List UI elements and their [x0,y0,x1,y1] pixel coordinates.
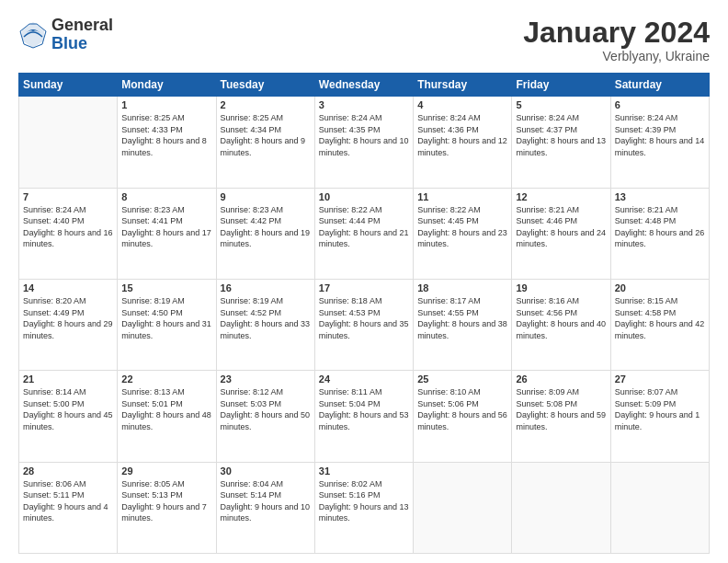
day-header-friday: Friday [512,74,610,97]
day-number: 30 [221,465,311,477]
day-number: 10 [319,191,409,202]
cell-info: Sunrise: 8:19 AMSunset: 4:52 PMDaylight:… [221,295,311,341]
cell-info: Sunrise: 8:14 AMSunset: 5:00 PMDaylight:… [23,386,113,432]
month-title: January 2024 [523,17,710,49]
logo-icon [18,20,48,50]
calendar-cell [414,462,512,553]
calendar-cell: 30Sunrise: 8:04 AMSunset: 5:14 PMDayligh… [216,462,314,553]
title-block: January 2024 Verblyany, Ukraine [523,17,710,63]
cell-info: Sunrise: 8:24 AMSunset: 4:36 PMDaylight:… [417,112,507,158]
cell-info: Sunrise: 8:15 AMSunset: 4:58 PMDaylight:… [615,295,705,341]
day-number: 11 [417,191,507,202]
calendar-cell [610,462,709,553]
cell-info: Sunrise: 8:23 AMSunset: 4:41 PMDaylight:… [121,204,211,250]
day-number: 22 [121,373,211,385]
cell-info: Sunrise: 8:24 AMSunset: 4:35 PMDaylight:… [319,112,409,158]
day-number: 28 [23,465,113,477]
calendar-cell: 20Sunrise: 8:15 AMSunset: 4:58 PMDayligh… [610,279,709,370]
day-number: 15 [121,282,211,293]
day-number: 19 [516,282,606,293]
cell-info: Sunrise: 8:25 AMSunset: 4:33 PMDaylight:… [121,112,211,158]
calendar-cell: 28Sunrise: 8:06 AMSunset: 5:11 PMDayligh… [19,462,118,553]
cell-info: Sunrise: 8:09 AMSunset: 5:08 PMDaylight:… [516,386,606,432]
day-header-saturday: Saturday [610,74,709,97]
calendar-cell: 31Sunrise: 8:02 AMSunset: 5:16 PMDayligh… [314,462,413,553]
calendar-cell: 8Sunrise: 8:23 AMSunset: 4:41 PMDaylight… [118,188,216,279]
logo-text: General Blue [51,17,113,53]
week-row-1: 1Sunrise: 8:25 AMSunset: 4:33 PMDaylight… [19,97,710,188]
day-header-wednesday: Wednesday [314,74,413,97]
cell-info: Sunrise: 8:04 AMSunset: 5:14 PMDaylight:… [221,478,311,524]
calendar-cell: 21Sunrise: 8:14 AMSunset: 5:00 PMDayligh… [19,371,118,462]
cell-info: Sunrise: 8:24 AMSunset: 4:39 PMDaylight:… [615,112,705,158]
days-header-row: SundayMondayTuesdayWednesdayThursdayFrid… [19,74,710,97]
cell-info: Sunrise: 8:25 AMSunset: 4:34 PMDaylight:… [221,112,311,158]
calendar-cell: 2Sunrise: 8:25 AMSunset: 4:34 PMDaylight… [216,97,314,188]
day-number: 14 [23,282,113,293]
calendar-cell: 11Sunrise: 8:22 AMSunset: 4:45 PMDayligh… [414,188,512,279]
logo: General Blue [18,17,113,53]
cell-info: Sunrise: 8:22 AMSunset: 4:45 PMDaylight:… [417,204,507,250]
day-number: 4 [417,99,507,110]
week-row-3: 14Sunrise: 8:20 AMSunset: 4:49 PMDayligh… [19,279,710,370]
location: Verblyany, Ukraine [523,49,710,63]
header: General Blue January 2024 Verblyany, Ukr… [18,17,710,63]
cell-info: Sunrise: 8:13 AMSunset: 5:01 PMDaylight:… [121,386,211,432]
day-number: 25 [417,373,507,385]
calendar-cell: 16Sunrise: 8:19 AMSunset: 4:52 PMDayligh… [216,279,314,370]
cell-info: Sunrise: 8:24 AMSunset: 4:37 PMDaylight:… [516,112,606,158]
day-number: 2 [221,99,311,110]
calendar-cell: 6Sunrise: 8:24 AMSunset: 4:39 PMDaylight… [610,97,709,188]
calendar-cell: 4Sunrise: 8:24 AMSunset: 4:36 PMDaylight… [414,97,512,188]
calendar-cell: 9Sunrise: 8:23 AMSunset: 4:42 PMDaylight… [216,188,314,279]
calendar-cell [512,462,610,553]
day-number: 26 [516,373,606,385]
calendar-cell: 14Sunrise: 8:20 AMSunset: 4:49 PMDayligh… [19,279,118,370]
day-number: 5 [516,99,606,110]
day-number: 23 [221,373,311,385]
calendar-cell: 29Sunrise: 8:05 AMSunset: 5:13 PMDayligh… [118,462,216,553]
day-number: 24 [319,373,409,385]
day-number: 27 [615,373,705,385]
day-number: 16 [221,282,311,293]
week-row-2: 7Sunrise: 8:24 AMSunset: 4:40 PMDaylight… [19,188,710,279]
cell-info: Sunrise: 8:20 AMSunset: 4:49 PMDaylight:… [23,295,113,341]
calendar-cell: 26Sunrise: 8:09 AMSunset: 5:08 PMDayligh… [512,371,610,462]
cell-info: Sunrise: 8:21 AMSunset: 4:48 PMDaylight:… [615,204,705,250]
day-number: 12 [516,191,606,202]
day-header-tuesday: Tuesday [216,74,314,97]
page: General Blue January 2024 Verblyany, Ukr… [0,0,728,563]
week-row-5: 28Sunrise: 8:06 AMSunset: 5:11 PMDayligh… [19,462,710,553]
calendar-cell: 7Sunrise: 8:24 AMSunset: 4:40 PMDaylight… [19,188,118,279]
day-number: 17 [319,282,409,293]
day-number: 29 [121,465,211,477]
cell-info: Sunrise: 8:16 AMSunset: 4:56 PMDaylight:… [516,295,606,341]
calendar-cell: 27Sunrise: 8:07 AMSunset: 5:09 PMDayligh… [610,371,709,462]
logo-general: General [51,17,113,35]
calendar: SundayMondayTuesdayWednesdayThursdayFrid… [18,73,710,554]
calendar-cell: 1Sunrise: 8:25 AMSunset: 4:33 PMDaylight… [118,97,216,188]
calendar-cell: 25Sunrise: 8:10 AMSunset: 5:06 PMDayligh… [414,371,512,462]
calendar-cell: 12Sunrise: 8:21 AMSunset: 4:46 PMDayligh… [512,188,610,279]
day-number: 21 [23,373,113,385]
calendar-cell: 13Sunrise: 8:21 AMSunset: 4:48 PMDayligh… [610,188,709,279]
calendar-cell: 5Sunrise: 8:24 AMSunset: 4:37 PMDaylight… [512,97,610,188]
cell-info: Sunrise: 8:07 AMSunset: 5:09 PMDaylight:… [615,386,705,432]
week-row-4: 21Sunrise: 8:14 AMSunset: 5:00 PMDayligh… [19,371,710,462]
cell-info: Sunrise: 8:06 AMSunset: 5:11 PMDaylight:… [23,478,113,524]
calendar-cell: 19Sunrise: 8:16 AMSunset: 4:56 PMDayligh… [512,279,610,370]
day-number: 31 [319,465,409,477]
calendar-cell: 23Sunrise: 8:12 AMSunset: 5:03 PMDayligh… [216,371,314,462]
cell-info: Sunrise: 8:10 AMSunset: 5:06 PMDaylight:… [417,386,507,432]
day-number: 8 [121,191,211,202]
logo-blue: Blue [51,35,113,53]
cell-info: Sunrise: 8:19 AMSunset: 4:50 PMDaylight:… [121,295,211,341]
cell-info: Sunrise: 8:02 AMSunset: 5:16 PMDaylight:… [319,478,409,524]
day-header-monday: Monday [118,74,216,97]
day-header-sunday: Sunday [19,74,118,97]
day-number: 1 [121,99,211,110]
cell-info: Sunrise: 8:18 AMSunset: 4:53 PMDaylight:… [319,295,409,341]
calendar-cell [19,97,118,188]
day-number: 7 [23,191,113,202]
day-number: 13 [615,191,705,202]
